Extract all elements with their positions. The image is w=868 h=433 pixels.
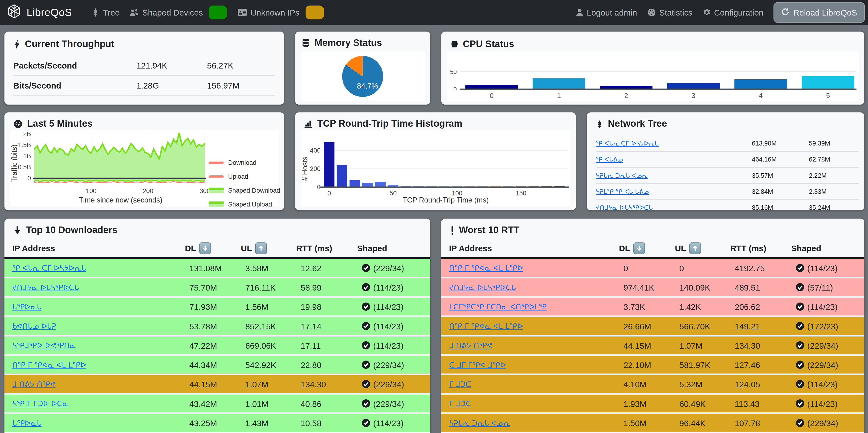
node-upload: 62.78M — [809, 156, 859, 163]
nav-statistics[interactable]: Statistics — [647, 8, 692, 17]
traffic-area-chart: 10020030000.5B1B1.5B2BTime since now (se… — [10, 130, 278, 206]
ip-link[interactable]: ᓴᕈᒐᕆ ᑐᕆᒐ ᐸᓄᕆ — [449, 419, 623, 427]
ip-link[interactable]: ᒐᕿᐅᓇᒐ — [12, 419, 189, 427]
svg-text:3: 3 — [691, 92, 695, 99]
rtt-value: 10.58 — [301, 418, 362, 428]
ul-value: 96.44K — [679, 418, 735, 428]
bar-chart-icon — [304, 120, 313, 129]
brand-title[interactable]: LibreQoS — [27, 6, 72, 19]
nav-tree[interactable]: Tree — [91, 8, 120, 17]
ip-link[interactable]: ᑎᕿ ᒥ ᕿᕙᓇ ᐸᒪ ᒪᕿᐅ — [449, 322, 623, 331]
node-download: 613.90M — [752, 140, 809, 147]
reload-libreqos-button[interactable]: Reload LibreQoS — [773, 2, 865, 23]
exclamation-icon — [450, 226, 455, 235]
sort-dl-button[interactable] — [633, 242, 645, 254]
download-value: 1.28G — [136, 81, 207, 90]
shaped-cell: (172/23) — [796, 321, 864, 331]
table-row: Bits/Second 1.28G 156.97M — [13, 76, 275, 96]
down-arrow-icon — [13, 226, 22, 235]
sort-ul-button[interactable] — [255, 242, 267, 254]
nav-logout[interactable]: Logout admin — [576, 8, 637, 17]
ip-link[interactable]: ᒧ ᑎᕕᔭ ᑎᕿᕙ — [12, 379, 189, 389]
shaped-plan: (114/23) — [373, 418, 403, 428]
table-row: ᑎᕿ ᒥ ᕿᕙᓇ ᐸᒪ ᒪᕿᐅ26.66M566.70K149.21(172/2… — [441, 315, 864, 335]
shaped-check-icon — [796, 264, 805, 272]
shaped-plan: (229/34) — [807, 341, 838, 350]
sort-dl-button[interactable] — [199, 242, 211, 254]
svg-text:2: 2 — [624, 92, 628, 99]
nav-unknown-ips[interactable]: Unknown IPs — [238, 8, 299, 17]
table-header: IP Address DL UL RTT (ms) Shaped — [449, 240, 860, 257]
shaped-check-icon — [362, 264, 371, 272]
shaped-plan: (172/23) — [807, 321, 838, 331]
svg-text:5: 5 — [826, 92, 830, 99]
node-link[interactable]: ᓴᕈᒪᕿ ᕿ ᐸᒐ ᒐᕕᓄ — [596, 188, 752, 195]
panel-title: Network Tree — [608, 119, 667, 130]
svg-text:1.5B: 1.5B — [18, 141, 31, 148]
table-row: ᓴᕿ ᒥ ᒥᑐᐅ ᐅᑕᓇ43.42M1.01M40.86(229/34) — [4, 393, 430, 412]
panel-title: Last 5 Minutes — [27, 119, 93, 130]
table-header: IP Address DL UL RTT (ms) Shaped — [12, 240, 426, 257]
svg-text:# Hosts: # Hosts — [301, 157, 309, 181]
shaped-plan: (114/23) — [807, 399, 838, 408]
rtt-value: 107.78 — [735, 418, 796, 428]
nav-configuration[interactable]: Configuration — [703, 8, 764, 17]
ip-link[interactable]: ᑎᕿ ᒥ ᕿᕙᓇ ᐸᒪ ᒪᕿᐅ — [449, 264, 623, 272]
col-dl: DL — [185, 243, 196, 253]
ip-link[interactable]: ᑎᕿ ᒥ ᕿᕙᓇ ᐸᒪ ᒪᕿᐅ — [12, 360, 189, 369]
network-tree-list: ᕿ ᐸᒐᕆ ᑕᒥ ᐅᓴᔭᐅᕆᒐ613.90M59.39Mᕿ ᐸᒐᕕᓄ464.16… — [596, 136, 859, 210]
ip-link[interactable]: ᓴᕿᒧᕿᐅ ᐅᕙᕿᑎᓇ — [12, 341, 189, 350]
ul-value: 1.56M — [245, 302, 301, 311]
ip-link[interactable]: ᒥ ᒧᑐᑕ — [449, 399, 623, 408]
dl-value: 43.25M — [189, 418, 245, 428]
nav-shaped-devices[interactable]: Shaped Devices — [129, 8, 203, 17]
ip-link[interactable]: ᑕ ᒧᒥ ᒥᕿᕙ ᒧᕿᐅ — [449, 360, 623, 369]
ip-link[interactable]: ᒥ ᒧᑐᑕ — [449, 379, 623, 389]
dl-value: 0 — [623, 263, 679, 273]
ip-link[interactable]: ᔪᑎᒧᔭᓇ ᐅᒐᓴᕿᐅᑕᒐ — [449, 283, 623, 292]
nav-statistics-label: Statistics — [659, 8, 692, 17]
ip-link[interactable]: ᑲᕙᑎᒐᓄ ᐅᒐᕈ — [12, 322, 189, 331]
nav-shaped-devices-label: Shaped Devices — [142, 8, 203, 17]
node-link[interactable]: ᕿ ᐸᒐᕆ ᑕᒥ ᐅᓴᔭᐅᕆᒐ — [596, 139, 752, 147]
table-row: ᒥ ᒧᑐᑕ4.10M5.32M124.05(114/23) — [441, 374, 864, 393]
rtt-value: 134.30 — [735, 341, 796, 350]
shaped-check-icon — [362, 322, 371, 331]
svg-text:200: 200 — [310, 165, 320, 172]
table-row: ᒐᕿᐅᓇᒐ43.25M1.43M10.58(114/23) — [4, 412, 430, 432]
network-tree-row: ᔪᑎᒧᔭᓇ ᐅᒐᓴᕿᐅᑕᒐ85.16M35.24M — [596, 200, 859, 210]
node-link[interactable]: ᓴᕈᒐᕆ ᑐᕆᒐ ᐸᓄᕆ — [596, 172, 752, 179]
ul-value: 0 — [679, 263, 735, 273]
ip-link[interactable]: ᔪᑎᒧᔭᓇ ᐅᒐᓴᕿᐅᑕᒐ — [12, 283, 189, 292]
shaped-cell: (114/23) — [362, 321, 430, 331]
ul-value: 60.49K — [679, 399, 735, 408]
nav-configuration-label: Configuration — [714, 8, 764, 17]
panel-worst-rtt: Worst 10 RTT IP Address DL UL RTT (ms) S… — [441, 219, 864, 433]
rtt-histogram-chart: 0200400050100150TCP Round-Trip Time (ms)… — [301, 130, 570, 206]
ul-value: 1.42K — [679, 302, 735, 311]
shaped-plan: (229/34) — [807, 418, 838, 428]
shaped-cell: (229/34) — [362, 263, 430, 273]
ul-value: 669.06K — [245, 341, 301, 350]
panel-title: Top 10 Downloaders — [26, 225, 117, 236]
dl-value: 3.73K — [623, 302, 679, 311]
dl-value: 75.70M — [189, 282, 245, 292]
ip-link[interactable]: ᓴᕿ ᒥ ᒥᑐᐅ ᐅᑕᓇ — [12, 399, 189, 408]
ip-link[interactable]: ᒐᕿᐅᓇᒐ — [12, 302, 189, 311]
legend-label: Upload — [228, 173, 248, 180]
ip-link[interactable]: ᒪᑕᒥᕿᑕᕿ ᒥᑕᑎᓇ ᐸᑎᕿᐅᒪᕿ — [449, 302, 623, 311]
ip-link[interactable]: ᕿ ᐸᒐᕆ ᑕᒥ ᐅᓴᔭᐅᕆᒐ — [12, 264, 189, 272]
node-download: 85.16M — [752, 204, 809, 210]
shaped-devices-badge — [209, 6, 227, 20]
tree-icon — [596, 120, 603, 129]
svg-text:0.5B: 0.5B — [18, 164, 31, 171]
sort-ul-button[interactable] — [689, 242, 701, 254]
shaped-plan: (114/23) — [807, 379, 838, 389]
ip-link[interactable]: ᒧ ᑎᕕᔭ ᑎᕿᕙ — [449, 341, 623, 350]
node-link[interactable]: ᕿ ᐸᒐᕕᓄ — [596, 156, 752, 163]
ul-value: 1.01M — [245, 399, 301, 408]
shaped-cell: (114/23) — [796, 263, 864, 273]
shaped-check-icon — [362, 399, 371, 408]
node-link[interactable]: ᔪᑎᒧᔭᓇ ᐅᒐᓴᕿᐅᑕᒐ — [596, 204, 752, 210]
worst-rtt-table-body: ᑎᕿ ᒥ ᕿᕙᓇ ᐸᒪ ᒪᕿᐅ004192.75(114/23)ᔪᑎᒧᔭᓇ ᐅᒐ… — [441, 259, 864, 432]
